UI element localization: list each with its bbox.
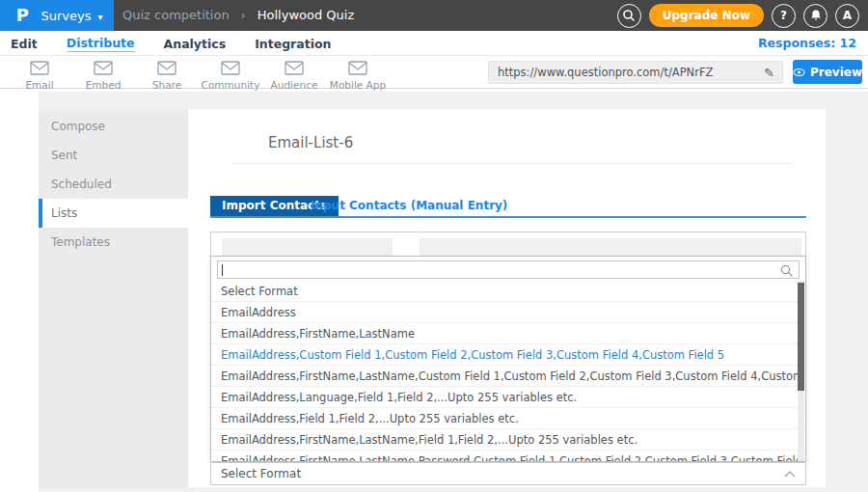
upgrade-now-button[interactable]: Upgrade Now	[649, 4, 764, 27]
sidebar-item[interactable]: Compose	[39, 112, 188, 141]
sidebar-item[interactable]: Templates	[39, 228, 188, 257]
channel-label: Community	[202, 79, 260, 91]
topbar-actions: Upgrade Now ? A	[617, 0, 859, 31]
preview-label: Preview	[810, 66, 862, 79]
questionpro-logo-icon: P	[16, 6, 29, 25]
sidebar-item-label: Templates	[51, 235, 110, 249]
nav-tab-label: Analytics	[164, 37, 227, 51]
nav-tab[interactable]: Distribute	[67, 36, 135, 52]
preview-button[interactable]: Preview	[793, 60, 862, 84]
sidebar-item-label: Compose	[51, 120, 105, 133]
responses-count[interactable]: Responses: 12	[758, 31, 856, 56]
dropdown-search-input[interactable]	[217, 260, 800, 279]
breadcrumb: Quiz competition › Hollywood Quiz	[122, 0, 354, 31]
channel-icon	[347, 60, 368, 78]
format-option[interactable]: EmailAddress,FirstName,LastName,Custom F…	[211, 366, 800, 387]
survey-url-field[interactable]: https://www.questionpro.com/t/APNrFZ ✎	[488, 61, 783, 84]
channel-label: Audience	[271, 79, 318, 91]
format-option[interactable]: EmailAddress,FirstName,LastName,Password…	[211, 451, 800, 462]
breadcrumb-folder[interactable]: Quiz competition	[122, 8, 230, 22]
channel-label: Email	[25, 79, 53, 91]
nav-tab[interactable]: Edit	[11, 37, 38, 51]
format-option-label: EmailAddress,FirstName,LastName,Custom F…	[221, 369, 800, 383]
search-icon	[621, 8, 637, 23]
top-bar: P Surveys ▾ Quiz competition › Hollywood…	[0, 0, 868, 31]
channel-label: Mobile App	[330, 79, 386, 91]
text-caret	[222, 264, 223, 276]
nav-tab-label: Integration	[255, 37, 331, 51]
channel-button[interactable]: Audience	[262, 56, 326, 91]
chevron-down-icon: ▾	[97, 12, 102, 22]
help-button[interactable]: ?	[772, 4, 796, 28]
page-title: Email-List-6	[268, 134, 353, 151]
format-options-list: Select Format EmailAddress EmailAddress,…	[211, 281, 800, 462]
contacts-tabs: Import Contacts Input Contacts (Manual E…	[210, 196, 806, 216]
channel-icon	[220, 60, 241, 78]
format-option[interactable]: Select Format	[211, 281, 800, 302]
channel-button[interactable]: Email	[8, 56, 71, 91]
format-option-label: EmailAddress,Custom Field 1,Custom Field…	[221, 348, 724, 362]
channel-button[interactable]: Mobile App	[326, 56, 390, 91]
table-header-cell	[222, 238, 393, 258]
distribute-toolbar: Email Embed Share	[0, 56, 868, 89]
sidebar-item-label: Scheduled	[51, 178, 112, 191]
format-option[interactable]: EmailAddress,Custom Field 1,Custom Field…	[211, 344, 800, 366]
format-option[interactable]: EmailAddress	[211, 302, 800, 323]
question-mark-icon: ?	[780, 9, 787, 22]
contacts-tab-label: Input Contacts (Manual Entry)	[311, 199, 507, 212]
sidebar-item[interactable]: Scheduled	[39, 170, 188, 199]
survey-nav: Edit Distribute Analytics Integration Re…	[0, 31, 868, 56]
format-option-label: EmailAddress,FirstName,LastName,Field 1,…	[221, 433, 637, 447]
search-icon	[780, 264, 794, 278]
format-select[interactable]: Select Format	[210, 462, 806, 485]
format-option-label: EmailAddress,Language,Field 1,Field 2,..…	[221, 391, 577, 404]
format-option[interactable]: EmailAddress,Language,Field 1,Field 2,..…	[211, 387, 800, 408]
format-option[interactable]: EmailAddress,FirstName,LastName,Field 1,…	[211, 429, 800, 451]
eye-icon	[793, 68, 805, 77]
edit-pencil-icon[interactable]: ✎	[756, 66, 782, 80]
channel-icon	[156, 60, 177, 78]
channel-label: Embed	[86, 79, 122, 91]
channel-label: Share	[152, 79, 181, 91]
breadcrumb-separator: ›	[241, 9, 246, 22]
channel-icon	[284, 60, 305, 78]
bell-icon	[809, 9, 823, 22]
nav-tab-label: Distribute	[67, 36, 135, 50]
sidebar-item-label: Lists	[51, 206, 77, 220]
email-sidebar: Compose Sent Scheduled Lists Templates	[39, 109, 188, 488]
channel-icon	[93, 60, 114, 78]
format-dropdown-panel: Select Format EmailAddress EmailAddress,…	[210, 256, 806, 462]
contacts-table	[210, 232, 806, 257]
channel-button[interactable]: Embed	[71, 56, 135, 91]
sidebar-item[interactable]: Sent	[39, 141, 188, 170]
format-option[interactable]: EmailAddress,FirstName,LastName	[211, 323, 800, 344]
channel-button[interactable]: Share	[135, 56, 199, 91]
channel-icon	[29, 60, 50, 78]
channel-button[interactable]: Community	[199, 56, 262, 91]
chevron-up-icon	[784, 471, 796, 478]
table-header-cell	[420, 238, 801, 258]
nav-tab[interactable]: Analytics	[164, 37, 227, 51]
nav-items: Edit Distribute Analytics Integration	[11, 31, 868, 56]
format-option-label: EmailAddress,FirstName,LastName	[221, 327, 415, 341]
format-option-label: Select Format	[221, 285, 298, 298]
format-option-label: EmailAddress,FirstName,LastName,Password…	[221, 454, 800, 462]
format-option-label: EmailAddress	[221, 306, 296, 319]
format-option[interactable]: EmailAddress,Field 1,Field 2,...Upto 255…	[211, 408, 800, 429]
format-select-value: Select Format	[211, 467, 784, 480]
survey-url-value: https://www.questionpro.com/t/APNrFZ	[489, 66, 756, 79]
notifications-button[interactable]	[803, 4, 827, 28]
title-divider	[231, 163, 791, 164]
search-button[interactable]	[617, 4, 641, 28]
format-option-label: EmailAddress,Field 1,Field 2,...Upto 255…	[221, 412, 519, 425]
avatar[interactable]: A	[835, 4, 859, 28]
sidebar-item[interactable]: Lists	[39, 199, 188, 228]
sidebar-item-label: Sent	[51, 149, 77, 162]
tab-underline	[210, 216, 806, 218]
nav-tab-label: Edit	[11, 37, 38, 51]
contacts-tab[interactable]: Input Contacts (Manual Entry)	[311, 196, 507, 216]
product-label: Surveys	[41, 9, 91, 23]
surveys-menu[interactable]: P Surveys ▾	[0, 0, 114, 31]
scrollbar-thumb[interactable]	[798, 283, 804, 391]
nav-tab[interactable]: Integration	[255, 37, 331, 51]
